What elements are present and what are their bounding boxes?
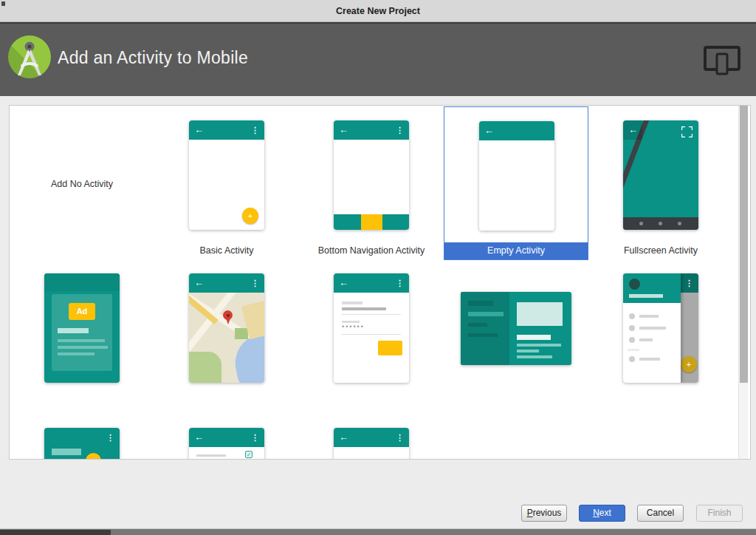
window-titlebar[interactable]: Create New Project (0, 0, 756, 22)
gallery-item-master-detail-flow[interactable]: Master/Detail Flow (444, 273, 588, 429)
text-stripe (468, 323, 487, 327)
item-label[interactable]: Basic Activity (154, 243, 299, 258)
thumbnail-empty-activity[interactable]: ← (479, 121, 554, 231)
admob-panel: Ad (52, 294, 112, 371)
previous-mnemonic: P (527, 508, 533, 518)
field-placeholder (342, 301, 362, 304)
thumbnail-navigation-drawer-activity[interactable]: ⋮ + (623, 273, 698, 383)
gallery-item-row3-col2[interactable]: ← ⋮ ✓ (154, 428, 299, 460)
back-arrow-icon: ← (194, 120, 204, 140)
drawer-item-icon (629, 325, 635, 331)
back-arrow-icon: ← (339, 428, 348, 447)
finish-button[interactable]: Finish (696, 505, 743, 522)
gallery-item-add-no-activity[interactable]: Add No Activity (10, 106, 154, 261)
system-nav-bar (623, 217, 698, 230)
field-underline (342, 314, 401, 315)
ad-badge: Ad (69, 303, 95, 320)
fab-icon: + (86, 453, 101, 460)
back-arrow-icon: ← (484, 121, 494, 140)
gallery-item-admob-activity[interactable]: Ad Google AdMob Ads Activity (10, 273, 154, 429)
gallery-item-login-activity[interactable]: ← ⋮ •••••• Login Activity (299, 273, 444, 429)
detail-image-placeholder (517, 302, 563, 326)
fab-icon: + (681, 356, 697, 372)
nav-dot (678, 222, 681, 225)
thumbnail-master-detail-flow[interactable] (461, 292, 571, 365)
text-stripe (58, 352, 94, 355)
drawer-item-icon (629, 313, 635, 319)
item-label[interactable]: Add No Activity (10, 177, 154, 191)
gallery-item-row3-col3[interactable]: ← ⋮ (299, 428, 444, 460)
scrollbar[interactable] (738, 106, 748, 459)
cancel-button[interactable]: Cancel (637, 505, 684, 522)
fab-icon: + (242, 208, 258, 224)
text-stripe (468, 312, 504, 316)
password-dots: •••••• (342, 323, 365, 330)
login-button-shape (378, 341, 402, 355)
selected-item-label[interactable]: Empty Activity (444, 242, 588, 259)
thumbnail-admob-activity[interactable]: Ad (44, 273, 120, 383)
window-title: Create New Project (0, 0, 756, 22)
background-window-strip-dark (0, 530, 111, 535)
field-value (342, 307, 386, 310)
thumbnail-row3-activity[interactable]: ← ⋮ (334, 428, 409, 460)
kebab-menu-icon: ⋮ (251, 120, 259, 140)
thumbnail-maps-activity[interactable]: ← ⋮ (189, 273, 264, 383)
text-stripe (517, 350, 539, 352)
text-stripe (468, 333, 498, 337)
text-stripe (517, 335, 551, 340)
previous-rest: revious (533, 508, 562, 518)
item-label[interactable]: Fullscreen Activity (588, 243, 733, 258)
back-square: ← (623, 120, 642, 140)
next-button[interactable]: Next (579, 505, 625, 522)
thumbnail-settings-activity[interactable]: ← ⋮ ✓ (189, 428, 264, 460)
gallery-item-empty-activity-selected[interactable]: ← Empty Activity (444, 106, 588, 260)
wizard-header: Add an Activity to Mobile (0, 22, 756, 96)
text-stripe (468, 301, 493, 306)
thumb-appbar: ← ⋮ (334, 273, 409, 293)
text-stripe (58, 339, 105, 342)
admob-top-band (44, 273, 120, 291)
thumb-appbar: ← ⋮ (334, 428, 409, 447)
field-underline (342, 334, 401, 335)
gallery-item-fullscreen-activity[interactable]: ← Fullscreen Activity (588, 106, 733, 261)
text-stripe (517, 355, 552, 358)
thumb-appbar: ← ⋮ (189, 273, 264, 293)
nav-dot (659, 222, 662, 225)
master-list-panel (461, 292, 509, 365)
gallery-item-row3-col1[interactable]: ⋮ + (10, 428, 154, 460)
gallery-item-basic-activity[interactable]: ← ⋮ + Basic Activity (154, 106, 299, 261)
map-graphic (189, 293, 264, 383)
android-studio-logo (8, 35, 51, 78)
text-stripe (58, 346, 108, 349)
avatar (629, 279, 640, 290)
back-arrow-icon: ← (628, 120, 638, 140)
kebab-menu-icon: ⋮ (685, 273, 693, 293)
map-water (230, 332, 264, 383)
back-arrow-icon: ← (194, 273, 204, 293)
drawer-divider (628, 349, 639, 351)
create-new-project-dialog: Create New Project Add an Activity to Mo… (0, 0, 756, 535)
background-window-strip (0, 528, 756, 535)
text-stripe (639, 338, 653, 341)
thumbnail-bottom-navigation-activity[interactable]: ← ⋮ (334, 120, 409, 230)
text-stripe (52, 449, 81, 455)
fullscreen-icon (681, 126, 693, 137)
drawer-item-icon (629, 337, 635, 343)
compass-glyph (8, 35, 51, 78)
drawer-header (623, 273, 681, 303)
back-arrow-icon: ← (339, 120, 348, 140)
thumbnail-basic-activity[interactable]: ← ⋮ + (189, 120, 264, 230)
previous-button[interactable]: Previous (521, 505, 567, 522)
gallery-item-bottom-navigation-activity[interactable]: ← ⋮ Bottom Navigation Activity (299, 106, 444, 261)
thumbnail-scrolling-activity[interactable]: ⋮ + (44, 428, 120, 460)
gallery-item-maps-activity[interactable]: ← ⋮ Google M (154, 273, 299, 429)
mobile-devices-icon (701, 44, 743, 78)
thumb-appbar: ← ⋮ (189, 120, 264, 140)
item-label[interactable]: Bottom Navigation Activity (299, 243, 444, 258)
thumbnail-fullscreen-activity[interactable]: ← (623, 120, 698, 230)
scrollbar-thumb[interactable] (740, 106, 748, 383)
gallery-item-navigation-drawer-activity[interactable]: ⋮ + N (588, 273, 733, 429)
thumbnail-login-activity[interactable]: ← ⋮ •••••• (334, 273, 409, 383)
map-park-small (235, 328, 248, 339)
kebab-menu-icon: ⋮ (251, 428, 259, 447)
